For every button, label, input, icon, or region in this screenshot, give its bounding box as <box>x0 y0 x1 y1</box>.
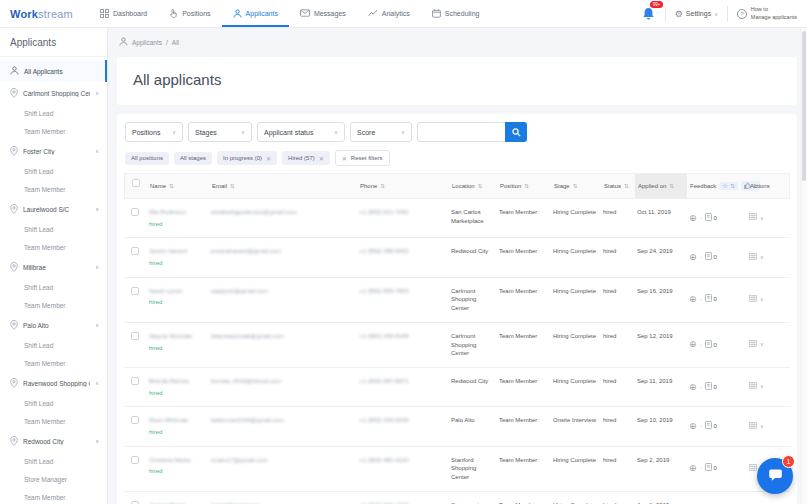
filter-dropdown[interactable]: Positions ∨ <box>125 122 183 142</box>
sidebar-group-header[interactable]: Carlmont Shopping Cente... ∧ <box>0 82 107 104</box>
notes-button[interactable]: 0 <box>705 421 717 432</box>
search-input[interactable] <box>417 122 505 142</box>
sidebar-group-header[interactable]: Palo Alto ∧ <box>0 314 107 336</box>
select-all-checkbox[interactable] <box>132 179 140 187</box>
notes-button[interactable]: 0 <box>705 463 717 474</box>
nav-item-scheduling[interactable]: Scheduling <box>421 0 491 27</box>
nav-item-messages[interactable]: Messages <box>289 0 357 27</box>
sidebar-position-item[interactable]: Team Member <box>0 238 107 256</box>
row-checkbox[interactable] <box>131 208 139 216</box>
sidebar-position-item[interactable]: Shift Lead <box>0 278 107 296</box>
workstream-logo[interactable]: Workstream <box>10 8 73 20</box>
row-actions-button[interactable]: ∨ <box>746 368 780 406</box>
chat-launcher-button[interactable]: 1 <box>757 458 793 494</box>
row-checkbox[interactable] <box>131 456 139 464</box>
row-actions-button[interactable]: ∨ <box>746 238 780 276</box>
table-row[interactable]: Brenda Ramos hired brenda_0510@icloud.co… <box>124 368 790 407</box>
table-row[interactable]: Mia Pederson hired elizabethgpederson@gm… <box>124 199 790 238</box>
row-actions-button[interactable]: ∨ <box>746 407 780 445</box>
table-row[interactable]: Alayna Wozniak hired alaynawozniak@gmail… <box>124 323 790 368</box>
column-header[interactable]: Status ⇅ <box>601 174 635 198</box>
applicant-name[interactable]: Mia Pederson <box>149 209 186 215</box>
add-feedback-icon[interactable]: ⊕ <box>689 214 697 223</box>
location-pin-icon <box>10 378 18 389</box>
column-header[interactable]: Position ⇅ <box>497 174 551 198</box>
applicant-name[interactable]: Sarah Lynch <box>149 288 182 294</box>
table-row[interactable]: Ryan Whitman hired kallenmer2104@gmail.c… <box>124 407 790 446</box>
sidebar-position-item[interactable]: Team Member <box>0 412 107 430</box>
sidebar-position-item[interactable]: Shift Lead <box>0 104 107 122</box>
row-checkbox[interactable] <box>131 332 139 340</box>
row-checkbox[interactable] <box>131 416 139 424</box>
settings-menu-button[interactable]: ⚙ Settings ∨ <box>675 9 718 19</box>
applicant-name[interactable]: Alayna Wozniak <box>149 333 192 339</box>
sidebar-position-item[interactable]: Shift Lead <box>0 220 107 238</box>
add-feedback-icon[interactable]: ⊕ <box>689 422 697 431</box>
table-row[interactable]: Christina Marks hired cmarx17@gmail.com … <box>124 447 790 492</box>
applicant-name[interactable]: Christina Marks <box>149 457 191 463</box>
filter-dropdown[interactable]: Score ∨ <box>350 122 412 142</box>
table-row[interactable]: Jessie Hazard hired jessicahazard@gmail.… <box>124 238 790 277</box>
notes-button[interactable]: 0 <box>705 252 717 263</box>
help-button[interactable]: ? How toManage applicants <box>737 6 797 20</box>
sort-icon: ⇅ <box>478 183 483 189</box>
row-actions-button[interactable]: ∨ <box>746 199 780 237</box>
row-checkbox[interactable] <box>131 377 139 385</box>
nav-item-dashboard[interactable]: Dashboard <box>89 0 158 27</box>
add-feedback-icon[interactable]: ⊕ <box>689 295 697 304</box>
applicant-name[interactable]: Jessie Hazard <box>149 248 187 254</box>
column-header[interactable]: Applied on ⇅ <box>635 174 687 198</box>
column-header[interactable]: Email ⇅ <box>209 174 357 198</box>
filter-dropdown[interactable]: Stages ∨ <box>188 122 252 142</box>
sidebar-position-item[interactable]: Store Manager <box>0 470 107 488</box>
sidebar-position-item[interactable]: Team Member <box>0 122 107 140</box>
column-header[interactable]: Stage ⇅ <box>551 174 601 198</box>
row-actions-button[interactable]: ∨ <box>746 323 780 367</box>
notes-button[interactable]: 0 <box>705 340 717 351</box>
notifications-button[interactable]: 99+ <box>641 4 656 24</box>
sidebar-group-header[interactable]: Redwood City ∧ <box>0 430 107 452</box>
column-header[interactable]: Phone ⇅ <box>357 174 449 198</box>
sidebar-position-item[interactable]: Shift Lead <box>0 336 107 354</box>
sidebar-item-all-applicants[interactable]: All Applicants <box>0 60 107 82</box>
sidebar-position-item[interactable]: Team Member <box>0 296 107 314</box>
nav-item-positions[interactable]: Positions <box>158 0 221 27</box>
positions-icon <box>169 9 178 19</box>
close-icon[interactable]: ✕ <box>266 155 271 162</box>
sidebar-position-item[interactable]: Team Member <box>0 354 107 372</box>
column-header[interactable]: Name ⇅ <box>147 174 209 198</box>
notes-button[interactable]: 0 <box>705 294 717 305</box>
add-feedback-icon[interactable]: ⊕ <box>689 464 697 473</box>
table-row[interactable]: Joshua Bonta hired jprock@ymail.com +1 (… <box>124 492 790 504</box>
nav-item-analytics[interactable]: Analytics <box>357 0 421 27</box>
table-row[interactable]: Sarah Lynch hired saqlynch@gmail.com +1 … <box>124 278 790 323</box>
scrollbar-thumb[interactable] <box>802 31 806 181</box>
sidebar-position-item[interactable]: Team Member <box>0 488 107 504</box>
notes-button[interactable]: 0 <box>705 213 717 224</box>
sidebar-position-item[interactable]: Shift Lead <box>0 162 107 180</box>
reset-filters-button[interactable]: ✕ Reset filters <box>335 150 390 166</box>
close-icon[interactable]: ✕ <box>319 155 324 162</box>
search-button[interactable] <box>505 122 527 142</box>
row-checkbox[interactable] <box>131 287 139 295</box>
sidebar-group-header[interactable]: Foster City ∧ <box>0 140 107 162</box>
add-feedback-icon[interactable]: ⊕ <box>689 253 697 262</box>
sidebar-group-header[interactable]: Millbrae ∧ <box>0 256 107 278</box>
add-feedback-icon[interactable]: ⊕ <box>689 340 697 349</box>
sidebar-position-item[interactable]: Shift Lead <box>0 452 107 470</box>
breadcrumb-applicants[interactable]: Applicants <box>132 39 162 46</box>
notes-button[interactable]: 0 <box>705 382 717 393</box>
nav-item-applicants[interactable]: Applicants <box>222 0 289 27</box>
row-actions-button[interactable]: ∨ <box>746 278 780 322</box>
add-feedback-icon[interactable]: ⊕ <box>689 383 697 392</box>
column-header[interactable]: Location ⇅ <box>449 174 497 198</box>
sidebar-position-item[interactable]: Shift Lead <box>0 394 107 412</box>
sidebar-group-header[interactable]: Laurelwood S/C ∧ <box>0 198 107 220</box>
filter-dropdown[interactable]: Applicant status ∨ <box>257 122 345 142</box>
row-checkbox[interactable] <box>131 247 139 255</box>
applicant-name[interactable]: Ryan Whitman <box>149 417 188 423</box>
sort-by-rating-button[interactable]: ☆⇅ <box>719 182 737 191</box>
sidebar-group-header[interactable]: Ravenwood Shopping Cen... ∧ <box>0 372 107 394</box>
sidebar-position-item[interactable]: Team Member <box>0 180 107 198</box>
applicant-name[interactable]: Brenda Ramos <box>149 378 189 384</box>
